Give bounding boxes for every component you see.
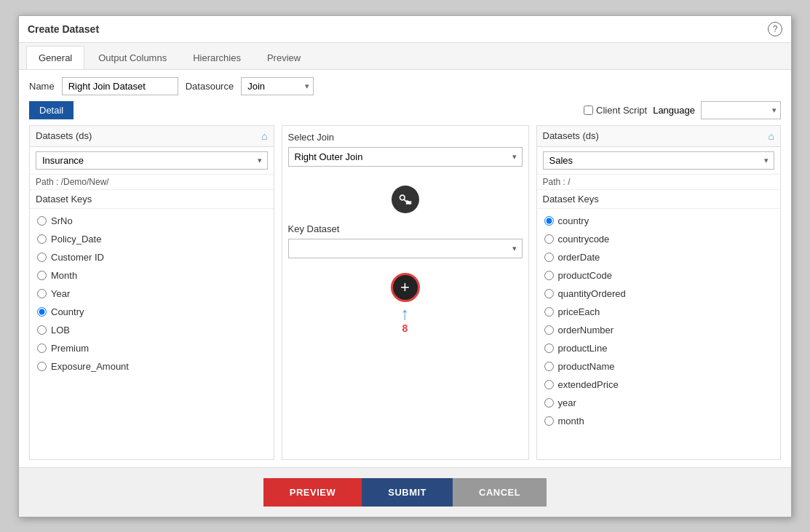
create-dataset-dialog: Create Dataset ? General Output Columns … — [18, 15, 792, 517]
radio-year: year — [543, 394, 775, 412]
radio-orderDate: orderDate — [543, 248, 775, 266]
tabs-bar: General Output Columns Hierarchies Previ… — [19, 43, 791, 70]
left-panel-dropdown-row: Insurance — [30, 147, 274, 175]
add-circle-button[interactable]: + — [391, 273, 420, 302]
submit-button[interactable]: SUBMIT — [362, 478, 453, 507]
left-panel-title: Datasets (ds) — [36, 130, 92, 141]
radio-productCode: productCode — [543, 266, 775, 285]
right-dataset-select[interactable]: Sales — [543, 151, 775, 170]
tab-preview[interactable]: Preview — [255, 46, 313, 69]
datasource-select[interactable]: Join — [241, 77, 314, 95]
name-input[interactable] — [62, 77, 178, 95]
dialog-titlebar: Create Dataset ? — [19, 16, 791, 43]
detail-button[interactable]: Detail — [29, 101, 74, 119]
tab-output-columns[interactable]: Output Columns — [86, 46, 179, 69]
radio-LOB: LOB — [36, 321, 268, 339]
radio-countrycode: countrycode — [543, 230, 775, 248]
left-dataset-select[interactable]: Insurance — [36, 151, 268, 170]
middle-panel: Select Join Right Outer Join Inner Join … — [282, 125, 529, 460]
left-panel-path: Path : /Demo/New/ — [30, 175, 274, 190]
right-home-icon[interactable]: ⌂ — [769, 130, 774, 142]
cancel-button[interactable]: CANCEL — [453, 478, 547, 507]
right-panel-dropdown-row: Sales — [537, 147, 781, 175]
right-panel-header: Datasets (ds) ⌂ — [537, 126, 781, 147]
arrow-up-icon: ↑ — [401, 305, 410, 322]
language-label: Language — [653, 105, 695, 116]
radio-country: country — [543, 212, 775, 230]
key-icon-button[interactable] — [392, 186, 419, 213]
join-select[interactable]: Right Outer Join Inner Join Left Outer J… — [288, 147, 523, 167]
radio-Exposure_Amount: Exposure_Amount — [36, 357, 268, 376]
right-panel-path: Path : / — [537, 175, 781, 190]
tab-general[interactable]: General — [26, 46, 84, 69]
client-script-label[interactable]: Client Script — [584, 105, 647, 116]
tab-hierarchies[interactable]: Hierarchies — [180, 46, 253, 69]
add-btn-container: + ↑ 8 — [391, 273, 420, 334]
preview-button[interactable]: PREVIEW — [263, 478, 362, 507]
right-panel: Datasets (ds) ⌂ Sales Path : / Dataset K… — [536, 125, 782, 460]
radio-SrNo: SrNo — [36, 212, 268, 230]
right-keys-label: Dataset Keys — [537, 190, 781, 209]
key-dataset-label: Key Dataset — [282, 223, 346, 234]
radio-productName: productName — [543, 357, 775, 376]
name-datasource-row: Name Datasource Join — [29, 77, 781, 95]
radio-priceEach: priceEach — [543, 303, 775, 321]
key-dataset-select-wrapper — [282, 239, 528, 258]
radio-Customer_ID: Customer ID — [36, 248, 268, 266]
radio-quantityOrdered: quantityOrdered — [543, 285, 775, 303]
left-home-icon[interactable]: ⌂ — [261, 130, 267, 142]
key-icon-container — [282, 167, 528, 223]
right-panel-title: Datasets (ds) — [543, 130, 599, 141]
right-dataset-select-wrapper: Sales — [543, 151, 775, 170]
radio-Premium: Premium — [36, 339, 268, 357]
key-dataset-select[interactable] — [288, 239, 523, 258]
left-panel: Datasets (ds) ⌂ Insurance Path : /Demo/N… — [29, 125, 274, 460]
language-select[interactable] — [701, 101, 781, 119]
left-keys-list: SrNo Policy_Date Customer ID Month Year … — [30, 209, 274, 459]
radio-Year: Year — [36, 285, 268, 303]
radio-month: month — [543, 412, 775, 430]
radio-Month: Month — [36, 266, 268, 285]
left-panel-header: Datasets (ds) ⌂ — [30, 126, 274, 147]
help-icon[interactable]: ? — [768, 22, 782, 36]
toolbar-row: Detail Client Script Language — [29, 101, 781, 119]
content-area: Name Datasource Join Detail Client Scrip… — [19, 70, 791, 467]
middle-content: Select Join Right Outer Join Inner Join … — [282, 126, 528, 341]
dialog-title: Create Dataset — [28, 23, 99, 35]
join-select-wrapper: Right Outer Join Inner Join Left Outer J… — [282, 147, 528, 167]
left-dataset-select-wrapper: Insurance — [36, 151, 268, 170]
footer: PREVIEW SUBMIT CANCEL — [19, 467, 791, 517]
select-join-label: Select Join — [282, 126, 341, 143]
client-script-row: Client Script Language — [584, 101, 781, 119]
datasource-select-wrapper: Join — [241, 77, 314, 95]
radio-Policy_Date: Policy_Date — [36, 230, 268, 248]
datasource-label: Datasource — [186, 81, 234, 92]
radio-extendedPrice: extendedPrice — [543, 376, 775, 394]
step-number: 8 — [402, 322, 408, 334]
radio-orderNumber: orderNumber — [543, 321, 775, 339]
language-select-wrapper — [701, 101, 781, 119]
name-label: Name — [29, 81, 55, 92]
three-panel: Datasets (ds) ⌂ Insurance Path : /Demo/N… — [29, 125, 781, 460]
client-script-checkbox[interactable] — [584, 106, 593, 115]
left-keys-label: Dataset Keys — [30, 190, 274, 209]
radio-Country: Country — [36, 303, 268, 321]
radio-productLine: productLine — [543, 339, 775, 357]
right-keys-list: country countrycode orderDate productCod… — [537, 209, 781, 459]
